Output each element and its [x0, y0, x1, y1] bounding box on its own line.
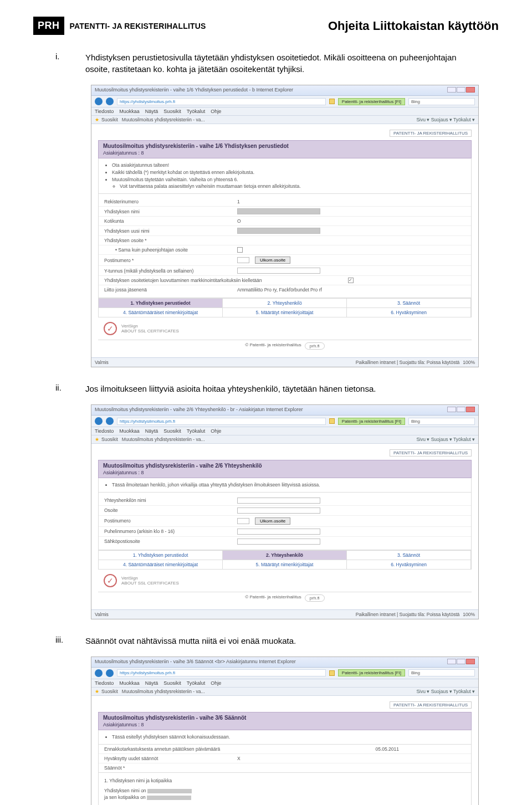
screenshot-2: Muutosilmoitus yhdistysrekisteriin - vai…: [91, 404, 479, 619]
favorites-bar: ★Suosikit Muutosilmoitus yhdistysrekiste…: [91, 116, 478, 124]
list-item-ii: ii. Jos ilmoitukseen liittyviä asioita h…: [55, 383, 477, 394]
field-name[interactable]: [237, 498, 320, 504]
prh-badge: PATENTTI- JA REKISTERIHALLITUS: [98, 701, 472, 709]
ssl-cert-label[interactable]: Patentti- ja rekisterihallitus [FI]: [338, 669, 405, 676]
ssl-cert-label[interactable]: Patentti- ja rekisterihallitus [FI]: [338, 418, 405, 425]
forward-icon[interactable]: [106, 669, 114, 677]
step-tabs[interactable]: 1. Yhdistyksen perustiedot2. Yhteyshenki…: [98, 550, 472, 570]
marketing-optout-checkbox[interactable]: [348, 278, 354, 283]
star-icon[interactable]: ★: [95, 437, 99, 442]
verisign: ✓ VeriSignABOUT SSL CERTIFICATES: [98, 570, 472, 592]
back-icon[interactable]: [95, 417, 103, 425]
back-icon[interactable]: [95, 669, 103, 677]
window-title: Muutosilmoitus yhdistysrekisteriin - vai…: [95, 659, 296, 665]
lock-icon: [329, 418, 335, 424]
page-copyright: © Patentti- ja rekisterihallitusprh.fi: [98, 592, 472, 604]
toolbar-right[interactable]: Sivu ▾ Suojaus ▾ Työkalut ▾: [416, 689, 475, 694]
text: Jos ilmoitukseen liittyviä asioita hoita…: [85, 383, 376, 394]
screenshot-1: Muutosilmoitus yhdistysrekisteriin - vai…: [91, 85, 479, 367]
info-box: Tässä esitellyt yhdistyksen säännöt koko…: [98, 730, 472, 745]
field-zip[interactable]: [237, 518, 249, 524]
window-titlebar: Muutosilmoitus yhdistysrekisteriin - vai…: [91, 85, 478, 96]
foreign-address-button[interactable]: Ulkom.osoite: [255, 517, 290, 525]
field-yhd-nimi[interactable]: [237, 208, 320, 214]
ssl-cert-label[interactable]: Patentti- ja rekisterihallitus [FI]: [338, 98, 405, 105]
lock-icon: [329, 670, 335, 676]
url-field[interactable]: https://yhdistysilmoitus.prh.fi: [117, 98, 326, 105]
window-titlebar: Muutosilmoitus yhdistysrekisteriin - vai…: [91, 405, 478, 416]
body: i. Yhdistyksen perustietosivulla täytetä…: [33, 52, 499, 805]
menu-bar[interactable]: TiedostoMuokkaaNäytäSuosikitTyökalutOhje: [91, 427, 478, 435]
favorites-label[interactable]: Suosikit: [101, 689, 118, 694]
tab-label[interactable]: Muutosilmoitus yhdistysrekisteriin - va.…: [122, 117, 205, 122]
status-bar: Valmis Paikallinen intranet | Suojattu t…: [91, 357, 478, 367]
verisign-icon: ✓: [104, 574, 117, 587]
favorites-label[interactable]: Suosikit: [101, 437, 118, 442]
window-buttons[interactable]: [447, 87, 475, 94]
prh-logo-text: PATENTTI- JA REKISTERIHALLITUS: [70, 22, 206, 30]
page-content: PATENTTI- JA REKISTERIHALLITUS Muutosilm…: [91, 124, 478, 357]
lock-icon: [329, 99, 335, 104]
field-phone[interactable]: [237, 529, 320, 535]
url-field[interactable]: https://yhdistysilmoitus.prh.fi: [117, 669, 326, 676]
foreign-address-button[interactable]: Ulkom.osoite: [255, 257, 290, 264]
page-content: PATENTTI- JA REKISTERIHALLITUS Muutosilm…: [91, 696, 478, 805]
prh-badge: PATENTTI- JA REKISTERIHALLITUS: [98, 449, 472, 457]
address-bar-row: https://yhdistysilmoitus.prh.fi Patentti…: [91, 668, 478, 679]
logo-block: PRH PATENTTI- JA REKISTERIHALLITUS: [33, 17, 206, 35]
same-address-checkbox[interactable]: [237, 247, 243, 253]
form: Yhteyshenkilön nimi Osoite PostinumeroUl…: [98, 493, 472, 550]
text: Yhdistyksen perustietosivulla täytetään …: [85, 52, 477, 75]
tab-label[interactable]: Muutosilmoitus yhdistysrekisteriin - va.…: [122, 689, 205, 694]
marker: i.: [55, 52, 69, 75]
forward-icon[interactable]: [106, 98, 114, 105]
redacted-icon: [147, 796, 191, 800]
field-ytunnus[interactable]: [237, 268, 320, 274]
search-box[interactable]: Bing: [408, 669, 475, 676]
toolbar-right[interactable]: Sivu ▾ Suojaus ▾ Työkalut ▾: [416, 437, 475, 442]
screenshot-3: Muutosilmoitus yhdistysrekisteriin - vai…: [91, 657, 479, 805]
favorites-bar: ★Suosikit Muutosilmoitus yhdistysrekiste…: [91, 435, 478, 444]
window-titlebar: Muutosilmoitus yhdistysrekisteriin - vai…: [91, 657, 478, 668]
list-item-i: i. Yhdistyksen perustietosivulla täytetä…: [55, 52, 477, 75]
window-buttons[interactable]: [447, 407, 475, 413]
step-tabs[interactable]: 1. Yhdistyksen perustiedot2. Yhteyshenki…: [98, 298, 472, 317]
star-icon[interactable]: ★: [95, 689, 99, 694]
window-title: Muutosilmoitus yhdistysrekisteriin - vai…: [95, 87, 293, 94]
favorites-bar: ★Suosikit Muutosilmoitus yhdistysrekiste…: [91, 688, 478, 696]
list-item-iii: iii. Säännöt ovat nähtävissä mutta niitä…: [55, 635, 477, 647]
address-bar-row: https://yhdistysilmoitus.prh.fi Patentti…: [91, 96, 478, 107]
form: Rekisterinumero1 Yhdistyksen nimi Kotiku…: [98, 194, 472, 298]
doc-title: Ohjeita Liittokaistan käyttöön: [328, 19, 499, 33]
forward-icon[interactable]: [106, 417, 114, 425]
section-header: Muutosilmoitus yhdistysrekisteriin - vai…: [98, 140, 472, 158]
favorites-label[interactable]: Suosikit: [101, 117, 118, 122]
marker: ii.: [55, 383, 69, 394]
field-zip[interactable]: [237, 257, 249, 263]
back-icon[interactable]: [95, 98, 103, 105]
verisign-icon: ✓: [104, 322, 117, 335]
window-buttons[interactable]: [447, 659, 475, 665]
status-bar: Valmis Paikallinen intranet | Suojattu t…: [91, 609, 478, 619]
url-field[interactable]: https://yhdistysilmoitus.prh.fi: [117, 418, 326, 425]
tab-label[interactable]: Muutosilmoitus yhdistysrekisteriin - va.…: [122, 437, 205, 442]
verisign: ✓ VeriSignABOUT SSL CERTIFICATES: [98, 317, 472, 340]
star-icon[interactable]: ★: [95, 117, 99, 122]
info-box: Tässä ilmoitetaan henkilö, johon virkail…: [98, 478, 472, 493]
menu-bar[interactable]: TiedostoMuokkaaNäytäSuosikitTyökalutOhje: [91, 679, 478, 688]
marker: iii.: [55, 635, 69, 647]
field-address[interactable]: [237, 507, 320, 514]
search-box[interactable]: Bing: [408, 98, 475, 105]
menu-bar[interactable]: TiedostoMuokkaaNäytäSuosikitTyökalutOhje: [91, 107, 478, 116]
section-header: Muutosilmoitus yhdistysrekisteriin - vai…: [98, 460, 472, 478]
rules-text: 1. Yhdistyksen nimi ja kotipaikka Yhdist…: [98, 773, 472, 806]
field-new-name[interactable]: [237, 228, 320, 234]
page-content: PATENTTI- JA REKISTERIHALLITUS Muutosilm…: [91, 444, 478, 609]
info-box: Ota asiakirjatunnus talteen! Kaikki tähd…: [98, 158, 472, 194]
address-bar-row: https://yhdistysilmoitus.prh.fi Patentti…: [91, 416, 478, 427]
toolbar-right[interactable]: Sivu ▾ Suojaus ▾ Työkalut ▾: [416, 117, 475, 122]
section-header: Muutosilmoitus yhdistysrekisteriin - vai…: [98, 712, 472, 730]
search-box[interactable]: Bing: [408, 418, 475, 425]
field-email[interactable]: [237, 539, 320, 545]
meta-table: Ennakkotarkastuksesta annetun päätöksen …: [98, 745, 472, 773]
